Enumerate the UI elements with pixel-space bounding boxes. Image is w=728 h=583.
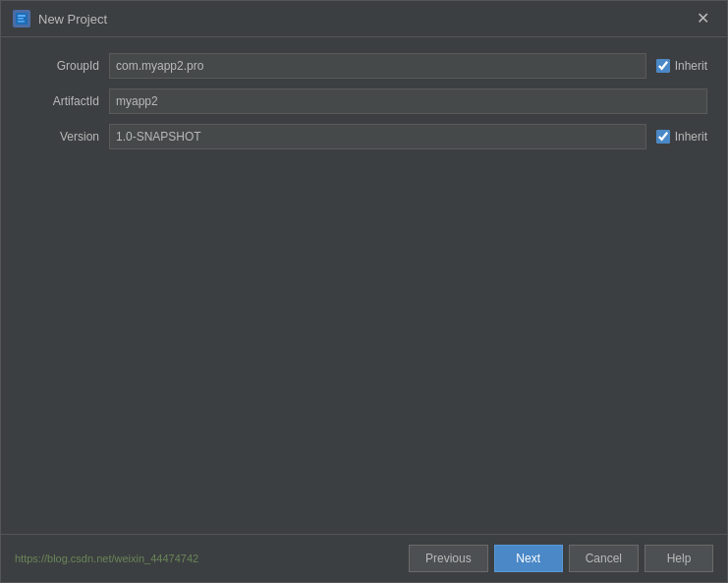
- groupid-inherit-label: Inherit: [675, 59, 707, 73]
- version-row: Version Inherit: [21, 124, 707, 149]
- version-inherit-checkbox[interactable]: [656, 130, 670, 144]
- svg-rect-3: [18, 21, 25, 23]
- dialog-icon: [13, 10, 30, 28]
- help-button[interactable]: Help: [644, 545, 713, 572]
- groupid-input[interactable]: [109, 53, 646, 79]
- artifactid-input[interactable]: [109, 88, 707, 114]
- groupid-inherit: Inherit: [656, 59, 707, 73]
- footer: https://blog.csdn.net/weixin_44474742 Pr…: [1, 534, 727, 582]
- version-inherit-label: Inherit: [675, 130, 707, 144]
- version-input[interactable]: [109, 124, 646, 149]
- groupid-label: GroupId: [21, 59, 99, 73]
- new-project-dialog: New Project ✕ GroupId Inherit ArtifactId…: [0, 0, 728, 583]
- artifactid-row: ArtifactId: [21, 88, 707, 114]
- version-inherit: Inherit: [656, 130, 707, 144]
- previous-button[interactable]: Previous: [409, 545, 488, 572]
- next-button[interactable]: Next: [494, 545, 563, 572]
- form-content: GroupId Inherit ArtifactId Version Inher…: [1, 37, 727, 534]
- svg-rect-1: [18, 15, 26, 17]
- title-bar: New Project ✕: [1, 1, 727, 37]
- svg-rect-2: [18, 18, 24, 20]
- groupid-inherit-checkbox[interactable]: [656, 59, 670, 73]
- footer-url: https://blog.csdn.net/weixin_44474742: [15, 553, 403, 564]
- close-button[interactable]: ✕: [691, 9, 715, 29]
- groupid-row: GroupId Inherit: [21, 53, 707, 79]
- cancel-button[interactable]: Cancel: [569, 545, 639, 572]
- dialog-title: New Project: [38, 12, 107, 27]
- version-label: Version: [21, 130, 99, 144]
- artifactid-label: ArtifactId: [21, 94, 99, 108]
- title-bar-left: New Project: [13, 10, 107, 28]
